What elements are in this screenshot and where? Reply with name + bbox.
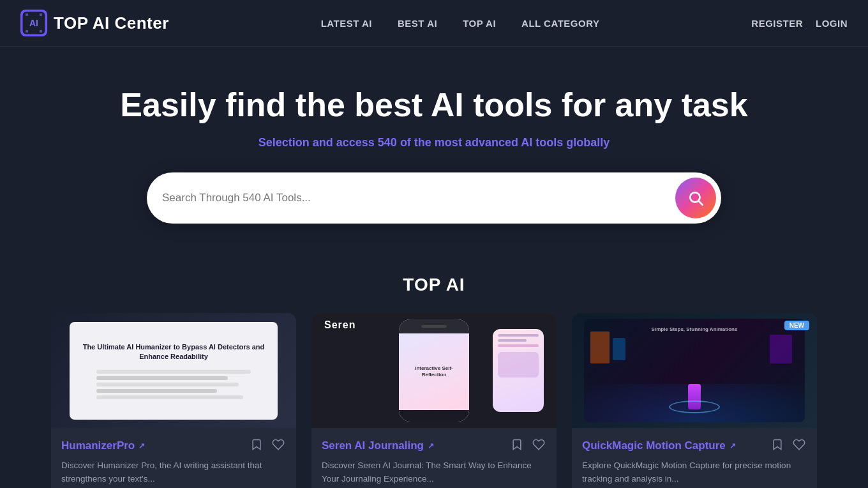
card-title-quickmagic[interactable]: QuickMagic Motion Capture ↗ [582,439,736,452]
card-humanizerpro[interactable]: The Ultimate AI Humanizer to Bypass AI D… [51,313,296,488]
bookmark-icon [771,438,784,451]
nav-links: LATEST AI BEST AI TOP AI ALL CATEGORY [321,18,600,29]
heart-icon [532,438,545,451]
register-button[interactable]: REGISTER [751,18,803,29]
card-title-seren[interactable]: Seren AI Journaling ↗ [322,439,434,452]
external-link-icon: ↗ [730,441,736,450]
cards-grid: The Ultimate AI Humanizer to Bypass AI D… [0,313,868,488]
search-icon [687,190,704,206]
external-link-icon: ↗ [138,441,145,450]
bookmark-button-humanizerpro[interactable] [249,437,264,454]
section-title: TOP AI [0,275,868,295]
nav-auth: REGISTER LOGIN [751,18,848,29]
svg-rect-6 [40,30,42,33]
heart-button-humanizerpro[interactable] [271,437,286,454]
hero-count: 540 [378,136,397,149]
card-desc-humanizerpro: Discover Humanizer Pro, the AI writing a… [61,459,286,486]
bookmark-icon [511,438,523,451]
nav-all-category[interactable]: ALL CATEGORY [521,18,599,29]
search-container [20,172,848,224]
card-thumb-humanizer: The Ultimate AI Humanizer to Bypass AI D… [51,313,296,428]
svg-text:AI: AI [29,18,38,28]
hero-subtitle-before: Selection and access [258,136,378,149]
bookmark-button-seren[interactable] [509,437,525,454]
card-title-humanizerpro[interactable]: HumanizerPro ↗ [61,439,145,452]
hero-title: Easily find the best AI tools for any ta… [20,85,848,125]
card-desc-quickmagic: Explore QuickMagic Motion Capture for pr… [582,459,807,486]
navbar: AI TOP AI Center LATEST AI BEST AI TOP A… [0,0,868,47]
new-badge-quickmagic: NEW [784,321,809,330]
card-thumb-quickmagic: Simple Steps, Stunning Animations NEW [572,313,817,428]
card-thumb-seren: Seren Interactive Self-Reflection [311,313,557,428]
heart-button-seren[interactable] [531,437,546,454]
search-button[interactable] [675,178,716,218]
logo-link[interactable]: AI TOP AI Center [20,10,169,36]
svg-rect-5 [26,30,28,33]
heart-icon [793,438,805,451]
nav-best-ai[interactable]: BEST AI [398,18,437,29]
logo-icon: AI [20,10,47,36]
heart-icon [272,438,285,451]
nav-top-ai[interactable]: TOP AI [463,18,496,29]
bookmark-icon [250,438,263,451]
bookmark-button-quickmagic[interactable] [770,437,785,454]
site-name: TOP AI Center [54,13,169,33]
heart-button-quickmagic[interactable] [791,437,807,454]
search-input[interactable] [162,192,675,204]
svg-line-8 [699,201,703,205]
hero-subtitle: Selection and access 540 of the most adv… [20,136,848,149]
svg-rect-3 [26,13,28,16]
hero-section: Easily find the best AI tools for any ta… [0,47,868,275]
svg-rect-4 [40,13,42,16]
search-bar [147,172,721,224]
external-link-icon: ↗ [428,441,434,450]
card-seren[interactable]: Seren Interactive Self-Reflection [311,313,557,488]
hero-subtitle-after: of the most advanced AI tools globally [397,136,610,149]
nav-latest-ai[interactable]: LATEST AI [321,18,372,29]
card-desc-seren: Discover Seren AI Journal: The Smart Way… [322,459,546,486]
login-button[interactable]: LOGIN [816,18,848,29]
card-quickmagic[interactable]: Simple Steps, Stunning Animations NEW Qu… [572,313,817,488]
